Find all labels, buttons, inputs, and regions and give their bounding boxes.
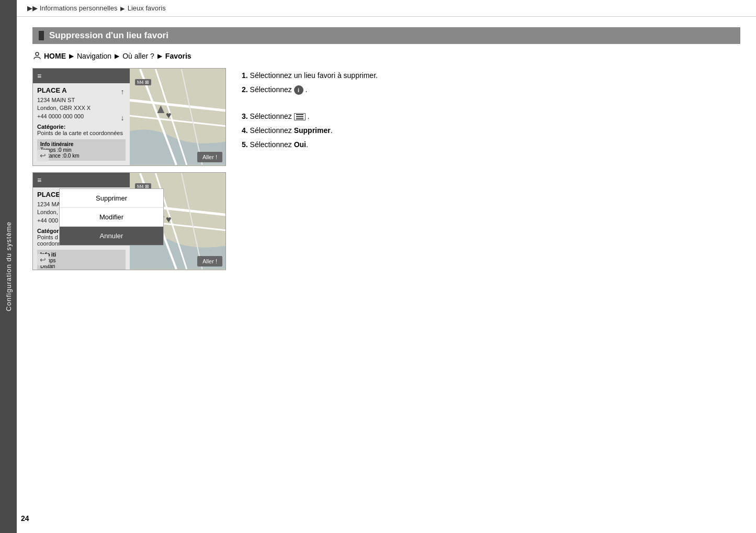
screen2-info-dist: Distan (40, 263, 122, 269)
step3-period: . (308, 112, 310, 120)
step4-bold: Supprimer (294, 126, 331, 135)
breadcrumb-arrow: ▶▶ (27, 4, 38, 12)
screen1-nav-arrows: ↑ ↓ (115, 84, 130, 125)
breadcrumb: ▶▶ Informations personnelles ▶ Lieux fav… (17, 0, 756, 17)
screen2: ≡ PLACE 1234 MAI London, +44 000 Catégor… (32, 172, 226, 270)
step2: 2. Sélectionnez i . (242, 84, 740, 95)
popup-menu: Supprimer Modifier Annuler (59, 188, 164, 246)
step4-text: Sélectionnez Supprimer. (250, 126, 333, 135)
svg-point-0 (36, 52, 39, 55)
nav-part1: Navigation (77, 52, 111, 60)
step1-text: Sélectionnez un lieu favori à supprimer. (250, 71, 378, 80)
home-icon (32, 51, 42, 61)
step3: 3. Sélectionnez . (242, 111, 740, 122)
instructions-col: 1. Sélectionnez un lieu favori à supprim… (242, 68, 740, 153)
step2-text: Sélectionnez (250, 85, 294, 94)
instructions-group2: 3. Sélectionnez . 4. (242, 111, 740, 150)
nav-arrow-3: ▶ (157, 52, 162, 60)
sidebar-label: Configuration du système (5, 221, 13, 311)
screen2-back-arrow[interactable]: ↩ (37, 254, 49, 265)
screen1-info-title: Info itinéraire (40, 141, 122, 147)
section-title-text: Suppression d'un lieu favori (49, 30, 168, 41)
screen1-cat-text: Points de la carte et coordonnées (37, 130, 123, 136)
screen2-toolbar: ≡ (33, 173, 130, 187)
step5: 5. Sélectionnez Oui. (242, 139, 740, 150)
instructions-group1: 1. Sélectionnez un lieu favori à supprim… (242, 70, 740, 95)
step4: 4. Sélectionnez Supprimer. (242, 125, 740, 136)
breadcrumb-sep1: ▶ (120, 5, 125, 12)
screen1-left: ≡ PLACE A 1234 MAIN ST London, GBR XXX X… (33, 69, 130, 165)
screen2-info-title: Info iti (40, 252, 122, 258)
popup-supprimer[interactable]: Supprimer (60, 189, 163, 208)
page-number: 24 (21, 514, 29, 523)
step2-num: 2. (242, 85, 248, 94)
info-icon: i (294, 85, 303, 95)
svg-text:♥: ♥ (166, 214, 172, 225)
breadcrumb-part1: Informations personnelles (40, 4, 118, 12)
svg-rect-17 (296, 114, 303, 115)
down-arrow[interactable]: ↓ (117, 113, 128, 123)
step1-num: 1. (242, 71, 248, 80)
screen2-menu-icon: ≡ (37, 176, 41, 184)
screen1-aller-btn[interactable]: Aller ! (197, 152, 222, 162)
step5-bold: Oui (294, 140, 306, 149)
m4-badge: M4 ⊠ (135, 79, 151, 85)
content-area: Suppression d'un lieu favori HOME ▶ Navi… (17, 17, 756, 281)
screen1-info-box: Info itinéraire Temps :0 min Distance :0… (37, 139, 126, 161)
up-arrow[interactable]: ↑ (117, 86, 128, 97)
two-col-layout: ≡ PLACE A 1234 MAIN ST London, GBR XXX X… (32, 68, 740, 270)
nav-part3: Favoris (165, 52, 191, 60)
nav-arrow-2: ▶ (115, 52, 119, 60)
step1: 1. Sélectionnez un lieu favori à supprim… (242, 70, 740, 81)
popup-annuler[interactable]: Annuler (60, 227, 163, 245)
screen1-menu-icon: ≡ (37, 72, 41, 80)
screen1-addr2: London, GBR XXX X (37, 104, 126, 112)
svg-text:♥: ♥ (166, 110, 172, 120)
step5-num: 5. (242, 140, 248, 149)
nav-path: HOME ▶ Navigation ▶ Où aller ? ▶ Favoris (32, 51, 740, 61)
nav-arrow-1: ▶ (69, 52, 74, 60)
screen1: ≡ PLACE A 1234 MAIN ST London, GBR XXX X… (32, 68, 226, 166)
step5-text: Sélectionnez Oui. (250, 140, 308, 149)
popup-modifier[interactable]: Modifier (60, 208, 163, 227)
breadcrumb-part2: Lieux favoris (128, 4, 166, 12)
screen1-info-dist: Distance :0.0 km (40, 153, 122, 159)
screenshots-col: ≡ PLACE A 1234 MAIN ST London, GBR XXX X… (32, 68, 226, 270)
svg-rect-18 (296, 116, 303, 117)
step3-num: 3. (242, 112, 248, 120)
step2-period: . (306, 85, 308, 94)
screen2-aller-btn[interactable]: Aller ! (197, 256, 222, 266)
screen1-info-time: Temps :0 min (40, 147, 122, 153)
screen1-addr3: +44 0000 000 000 (37, 113, 126, 120)
screen1-map: ♥ M4 ⊠ Aller ! (130, 69, 225, 165)
screen2-info-time: Temps (40, 258, 122, 263)
nav-part2: Où aller ? (122, 52, 154, 60)
svg-rect-19 (296, 118, 303, 119)
step4-num: 4. (242, 126, 248, 135)
screen1-addr1: 1234 MAIN ST (37, 96, 126, 104)
menu-lines-icon (296, 114, 303, 119)
sidebar: Configuration du système (0, 0, 17, 533)
back-arrow[interactable]: ↩ (37, 150, 49, 161)
section-title: Suppression d'un lieu favori (32, 27, 740, 44)
nav-home: HOME (44, 52, 66, 60)
screen1-cat-value: Points de la carte et coordonnées (33, 130, 130, 136)
screen2-info-box: Info iti Temps Distan (37, 250, 126, 270)
main-content: ▶▶ Informations personnelles ▶ Lieux fav… (17, 0, 756, 281)
screen1-toolbar: ≡ (33, 69, 130, 83)
step3-text: Sélectionnez (250, 112, 294, 120)
